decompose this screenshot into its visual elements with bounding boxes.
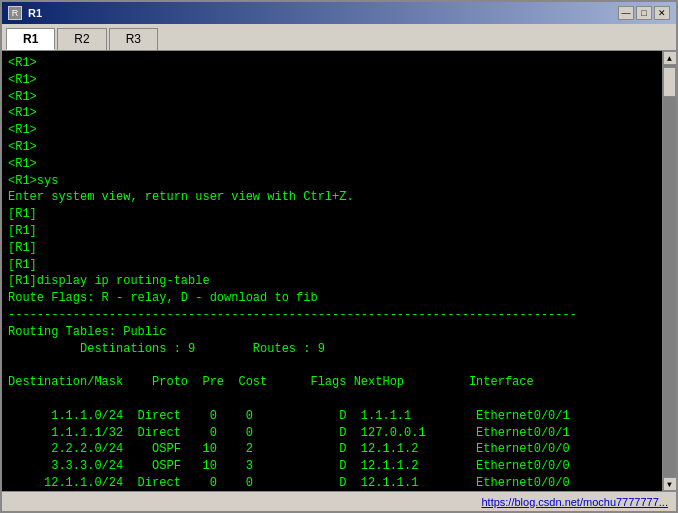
window-controls: — □ ✕ [618,6,670,20]
title-bar: R R1 — □ ✕ [2,2,676,24]
terminal-output: <R1> <R1> <R1> <R1> <R1> <R1> <R1> <R1>s… [8,55,658,491]
minimize-button[interactable]: — [618,6,634,20]
window-icon: R [8,6,22,20]
scrollbar-thumb[interactable] [663,67,676,97]
scroll-up-button[interactable]: ▲ [663,51,677,65]
terminal[interactable]: <R1> <R1> <R1> <R1> <R1> <R1> <R1> <R1>s… [2,51,676,491]
scrollbar-track[interactable] [663,65,676,477]
maximize-button[interactable]: □ [636,6,652,20]
close-button[interactable]: ✕ [654,6,670,20]
tabs-bar: R1 R2 R3 [2,24,676,51]
tab-r3[interactable]: R3 [109,28,158,50]
main-window: R R1 — □ ✕ R1 R2 R3 <R1> <R1> <R1> <R1> … [0,0,678,513]
tab-r2[interactable]: R2 [57,28,106,50]
status-url: https://blog.csdn.net/mochu7777777... [481,496,668,508]
scrollbar[interactable]: ▲ ▼ [662,51,676,491]
window-title: R1 [28,7,618,19]
tab-r1[interactable]: R1 [6,28,55,50]
scroll-down-button[interactable]: ▼ [663,477,677,491]
status-bar: https://blog.csdn.net/mochu7777777... [2,491,676,511]
